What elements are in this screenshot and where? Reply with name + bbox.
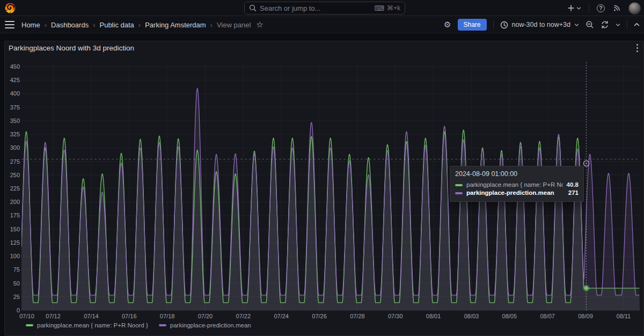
breadcrumb-item[interactable]: Public data — [99, 21, 134, 29]
breadcrumb-item[interactable]: Parking Amsterdam — [145, 21, 206, 29]
x-axis-label: 07/10 — [15, 313, 39, 319]
x-axis-label: 08/03 — [459, 313, 483, 319]
legend-item[interactable]: parkingplace.mean { name: P+R Noord } — [26, 322, 148, 328]
y-axis-label: 75 — [0, 266, 20, 273]
x-axis-label: 08/09 — [574, 313, 597, 319]
refresh-icon — [601, 20, 609, 29]
y-axis-label: 50 — [0, 280, 20, 287]
y-axis-label: 375 — [0, 104, 20, 111]
help-button[interactable]: ? — [597, 4, 605, 12]
panel-title[interactable]: Parkingplaces Noord with 3d prediction — [9, 44, 134, 52]
x-axis-label: 07/24 — [269, 313, 293, 319]
search-shortcut: ⌨ ⌘+k — [374, 4, 400, 12]
y-axis-label: 25 — [0, 293, 20, 301]
news-button[interactable] — [612, 4, 621, 12]
y-axis-label: 175 — [0, 211, 20, 219]
nav-divider — [589, 4, 589, 12]
search-icon — [249, 4, 257, 12]
user-avatar[interactable] — [628, 2, 641, 14]
series-color-icon — [159, 324, 166, 326]
series-color-icon — [26, 324, 33, 326]
help-icon: ? — [597, 4, 605, 12]
y-axis-label: 150 — [0, 225, 20, 233]
time-range-picker[interactable]: now-30d to now+3d — [500, 21, 579, 29]
y-axis-label: 425 — [0, 76, 20, 84]
refresh-interval-dropdown[interactable] — [616, 23, 620, 27]
y-axis-label: 250 — [0, 171, 20, 179]
top-nav: Search or jump to... ⌨ ⌘+k ? — [0, 0, 644, 16]
collapse-toolbar-button[interactable] — [634, 23, 640, 27]
breadcrumb-separator: › — [138, 21, 141, 29]
search-input[interactable]: Search or jump to... ⌨ ⌘+k — [244, 2, 405, 14]
x-axis-label: 07/16 — [118, 313, 141, 319]
plus-icon — [567, 4, 575, 12]
menu-toggle-icon[interactable] — [5, 21, 14, 28]
x-axis-label: 07/12 — [41, 313, 65, 319]
rss-icon — [612, 4, 621, 12]
x-axis-label: 07/30 — [384, 313, 407, 319]
chevron-down-icon — [574, 23, 579, 27]
toolbar-divider — [627, 20, 627, 29]
chevron-down-icon — [616, 23, 620, 27]
toolbar-divider — [493, 20, 494, 29]
breadcrumb-separator: › — [93, 21, 95, 29]
legend: parkingplace.mean { name: P+R Noord }par… — [26, 322, 251, 328]
grafana-app: Search or jump to... ⌨ ⌘+k ? — [0, 0, 644, 336]
y-axis-label: 225 — [0, 185, 20, 192]
tooltip-series-label: parkingplace-prediction.mean — [466, 189, 565, 197]
x-axis-label: 07/14 — [79, 313, 103, 319]
tooltip-series-row: parkingplace.mean { name: P+R Noord }40.… — [455, 181, 579, 189]
chevron-down-icon — [576, 6, 581, 10]
search-placeholder: Search or jump to... — [260, 4, 371, 12]
y-axis-label: 200 — [0, 198, 20, 206]
keyboard-icon: ⌨ — [374, 4, 384, 12]
breadcrumb-separator: › — [210, 21, 213, 29]
tooltip-timestamp: 2024-08-09 01:00:00 — [455, 170, 579, 178]
tooltip-series-row: parkingplace-prediction.mean271 — [455, 189, 579, 197]
legend-label: parkingplace-prediction.mean — [170, 322, 251, 328]
share-button[interactable]: Share — [458, 19, 487, 31]
y-axis-label: 100 — [0, 252, 20, 260]
y-axis-label: 275 — [0, 158, 20, 165]
x-axis-label: 07/22 — [231, 313, 255, 319]
x-axis-label: 08/11 — [612, 313, 635, 319]
x-axis-label: 07/18 — [156, 313, 179, 319]
x-axis-label: 08/07 — [536, 313, 559, 319]
tooltip-series-value: 40.8 — [567, 181, 579, 189]
favorite-star-icon[interactable]: ☆ — [256, 20, 263, 30]
y-axis-label: 325 — [0, 130, 20, 138]
gear-icon: ⚙ — [444, 20, 451, 29]
time-range-label: now-30d to now+3d — [512, 21, 570, 28]
x-axis-label: 07/26 — [308, 313, 331, 319]
legend-item[interactable]: parkingplace-prediction.mean — [159, 322, 251, 328]
series-color-icon — [455, 184, 463, 186]
breadcrumb-item[interactable]: Dashboards — [51, 21, 89, 29]
dashboard-toolbar: Home›Dashboards›Public data›Parking Amst… — [0, 16, 644, 33]
y-axis-label: 300 — [0, 144, 20, 151]
tooltip-series-value: 271 — [568, 189, 579, 197]
panel-menu-icon[interactable] — [634, 44, 640, 52]
add-new-button[interactable] — [567, 4, 581, 12]
grafana-logo-icon[interactable] — [4, 2, 17, 14]
zoom-out-icon — [586, 20, 594, 29]
tooltip-series-label: parkingplace.mean { name: P+R Noord } — [466, 181, 563, 189]
y-axis-label: 400 — [0, 90, 20, 97]
dashboard-settings-button[interactable]: ⚙ — [444, 20, 451, 30]
legend-label: parkingplace.mean { name: P+R Noord } — [37, 322, 148, 328]
y-axis-label: 450 — [0, 63, 20, 70]
series-color-icon — [455, 192, 463, 194]
x-axis-label: 08/05 — [497, 313, 521, 319]
chart-tooltip: 2024-08-09 01:00:00 parkingplace.mean { … — [450, 166, 584, 202]
x-axis-label: 07/28 — [346, 313, 369, 319]
clock-icon — [500, 21, 508, 29]
breadcrumb-item[interactable]: Home — [21, 21, 40, 29]
chevron-up-icon — [634, 23, 640, 27]
breadcrumb: Home›Dashboards›Public data›Parking Amst… — [21, 16, 264, 33]
breadcrumb-separator: › — [45, 21, 47, 29]
x-axis-label: 07/20 — [193, 313, 217, 319]
refresh-button[interactable] — [601, 20, 609, 29]
y-axis-label: 125 — [0, 239, 20, 246]
x-axis-label: 08/01 — [422, 313, 445, 319]
zoom-out-button[interactable] — [586, 20, 594, 29]
breadcrumb-current: View panel — [217, 21, 251, 29]
